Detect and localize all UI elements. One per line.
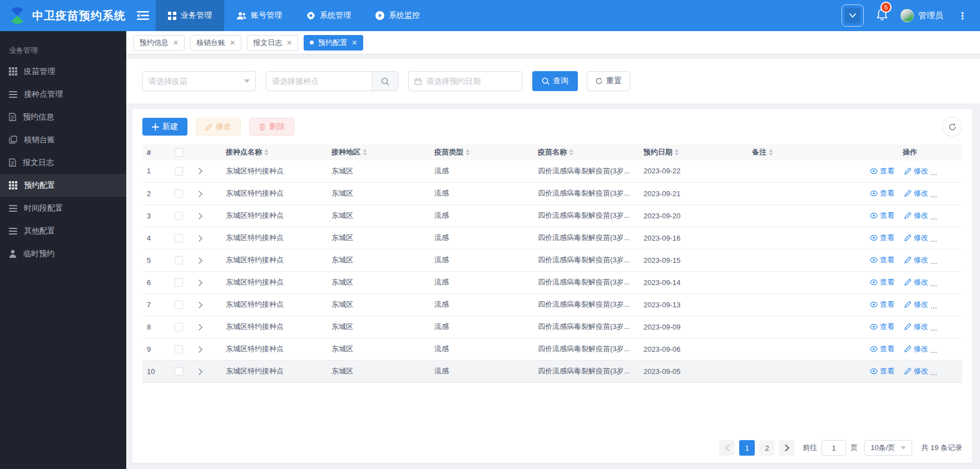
- edit-link[interactable]: 修改: [904, 233, 928, 243]
- next-page-button[interactable]: [779, 440, 795, 456]
- close-icon[interactable]: ✕: [352, 39, 357, 47]
- row-checkbox[interactable]: [175, 234, 183, 242]
- date-picker[interactable]: [408, 71, 522, 91]
- view-link[interactable]: 查看: [870, 211, 894, 221]
- search-button[interactable]: 查询: [532, 71, 578, 91]
- edit-link[interactable]: 修改: [904, 366, 928, 376]
- site-search-button[interactable]: [372, 72, 398, 91]
- close-icon[interactable]: ✕: [173, 39, 179, 47]
- delete-link[interactable]: 删除: [938, 277, 962, 287]
- view-link[interactable]: 查看: [870, 300, 894, 310]
- delete-link[interactable]: 删除: [938, 366, 962, 376]
- expand-row-icon[interactable]: [196, 235, 202, 241]
- edit-button[interactable]: 修改: [196, 118, 241, 136]
- refresh-table-button[interactable]: [942, 117, 962, 137]
- view-link[interactable]: 查看: [870, 166, 894, 176]
- sidebar-collapse-icon[interactable]: [133, 6, 152, 25]
- close-icon[interactable]: ✕: [230, 39, 235, 47]
- sort-icon[interactable]: [675, 149, 679, 156]
- vaccine-select-input[interactable]: [149, 77, 244, 86]
- sidebar-item-vaccine-mgmt[interactable]: 疫苗管理: [0, 60, 126, 83]
- view-link[interactable]: 查看: [870, 188, 894, 198]
- col-site[interactable]: 接种点名称: [221, 144, 327, 160]
- expand-row-icon[interactable]: [196, 324, 202, 330]
- sidebar-item-timeslot-config[interactable]: 时间段配置: [0, 197, 126, 219]
- notification-bell[interactable]: 5: [876, 8, 888, 23]
- nav-item-system[interactable]: 系统管理: [294, 0, 363, 31]
- sort-icon[interactable]: [769, 149, 773, 156]
- more-menu-icon[interactable]: ⋮: [956, 10, 970, 22]
- sidebar-item-message-log[interactable]: 报文日志: [0, 151, 126, 174]
- row-checkbox[interactable]: [175, 301, 183, 309]
- sidebar-item-appointment-config[interactable]: 预约配置: [0, 174, 126, 197]
- view-link[interactable]: 查看: [870, 344, 894, 354]
- close-icon[interactable]: ✕: [286, 39, 292, 47]
- expand-row-icon[interactable]: [196, 213, 202, 219]
- sort-icon[interactable]: [363, 149, 367, 156]
- expand-row-icon[interactable]: [196, 257, 202, 263]
- row-checkbox[interactable]: [175, 278, 183, 287]
- row-checkbox[interactable]: [175, 367, 183, 376]
- delete-link[interactable]: 删除: [938, 255, 962, 265]
- page-button-2[interactable]: 2: [759, 440, 775, 456]
- col-vaccine-name[interactable]: 疫苗名称: [533, 144, 639, 160]
- prev-page-button[interactable]: [719, 440, 735, 456]
- edit-link[interactable]: 修改: [904, 188, 928, 198]
- expand-row-icon[interactable]: [196, 191, 202, 197]
- create-button[interactable]: 新建: [142, 118, 187, 136]
- expand-row-icon[interactable]: [196, 346, 202, 352]
- date-picker-input[interactable]: [426, 77, 516, 86]
- nav-item-monitor[interactable]: 系统监控: [363, 0, 432, 31]
- delete-button[interactable]: 删除: [249, 118, 294, 136]
- sort-icon[interactable]: [569, 149, 573, 156]
- col-date[interactable]: 预约日期: [639, 144, 748, 160]
- edit-link[interactable]: 修改: [904, 344, 928, 354]
- delete-link[interactable]: 删除: [938, 300, 962, 310]
- delete-link[interactable]: 删除: [938, 344, 962, 354]
- expand-row-icon[interactable]: [196, 302, 202, 308]
- sidebar-item-writeoff-ledger[interactable]: 核销台账: [0, 128, 126, 151]
- row-checkbox[interactable]: [175, 345, 183, 353]
- edit-link[interactable]: 修改: [904, 166, 928, 176]
- goto-page-input[interactable]: [821, 440, 846, 456]
- delete-link[interactable]: 删除: [938, 188, 962, 198]
- reset-button[interactable]: 重置: [587, 71, 630, 91]
- page-size-select[interactable]: 10条/页: [864, 440, 912, 456]
- edit-link[interactable]: 修改: [904, 300, 928, 310]
- tab-message-log[interactable]: 报文日志 ✕: [247, 35, 298, 51]
- col-note[interactable]: 备注: [748, 144, 858, 160]
- vaccine-select[interactable]: [142, 71, 256, 91]
- delete-link[interactable]: 删除: [938, 166, 962, 176]
- row-checkbox[interactable]: [175, 167, 183, 176]
- delete-link[interactable]: 删除: [938, 211, 962, 221]
- nav-item-business[interactable]: 业务管理: [156, 0, 224, 31]
- delete-link[interactable]: 删除: [938, 322, 962, 332]
- tab-appointment-info[interactable]: 预约信息 ✕: [133, 35, 185, 51]
- sidebar-item-site-mgmt[interactable]: 接种点管理: [0, 83, 126, 106]
- view-link[interactable]: 查看: [870, 255, 894, 265]
- row-checkbox[interactable]: [175, 212, 183, 220]
- view-link[interactable]: 查看: [870, 277, 894, 287]
- select-all-checkbox[interactable]: [175, 148, 183, 157]
- edit-link[interactable]: 修改: [904, 255, 928, 265]
- site-search-input[interactable]: [266, 72, 372, 91]
- expand-row-icon[interactable]: [196, 280, 202, 286]
- col-region[interactable]: 接种地区: [327, 144, 430, 160]
- sidebar-item-appointment-info[interactable]: 预约信息: [0, 106, 126, 128]
- tab-appointment-config[interactable]: 预约配置 ✕: [304, 35, 363, 51]
- expand-row-icon[interactable]: [196, 368, 202, 375]
- edit-link[interactable]: 修改: [904, 211, 928, 221]
- row-checkbox[interactable]: [175, 189, 183, 198]
- delete-link[interactable]: 删除: [938, 233, 962, 243]
- row-checkbox[interactable]: [175, 323, 183, 331]
- view-link[interactable]: 查看: [870, 366, 894, 376]
- col-type[interactable]: 疫苗类型: [430, 144, 533, 160]
- layout-dropdown-button[interactable]: [842, 4, 864, 27]
- sidebar-item-temp-appointment[interactable]: 临时预约: [0, 242, 126, 265]
- sort-icon[interactable]: [466, 149, 470, 156]
- view-link[interactable]: 查看: [870, 233, 894, 243]
- edit-link[interactable]: 修改: [904, 277, 928, 287]
- page-button-1[interactable]: 1: [739, 440, 755, 456]
- edit-link[interactable]: 修改: [904, 322, 928, 332]
- tab-writeoff-ledger[interactable]: 核销台账 ✕: [190, 35, 241, 51]
